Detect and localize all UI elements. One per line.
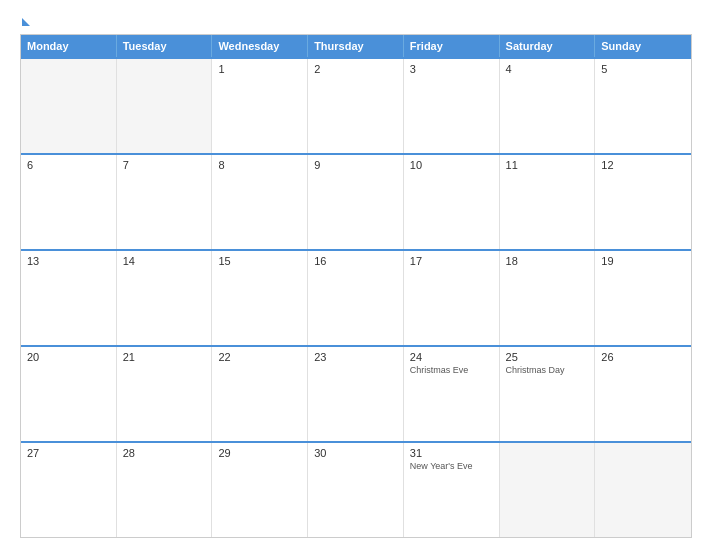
calendar-week-3: 13141516171819 — [21, 249, 691, 345]
day-number: 21 — [123, 351, 206, 363]
logo — [20, 18, 30, 26]
day-number: 12 — [601, 159, 685, 171]
weekday-header-saturday: Saturday — [500, 35, 596, 57]
day-number: 7 — [123, 159, 206, 171]
calendar-cell: 9 — [308, 155, 404, 249]
day-number: 25 — [506, 351, 589, 363]
calendar-cell: 7 — [117, 155, 213, 249]
calendar-cell — [117, 59, 213, 153]
weekday-header-wednesday: Wednesday — [212, 35, 308, 57]
page-header — [20, 18, 692, 26]
calendar-week-4: 2021222324Christmas Eve25Christmas Day26 — [21, 345, 691, 441]
day-number: 30 — [314, 447, 397, 459]
weekday-header-tuesday: Tuesday — [117, 35, 213, 57]
day-number: 17 — [410, 255, 493, 267]
calendar-week-2: 6789101112 — [21, 153, 691, 249]
calendar-header: MondayTuesdayWednesdayThursdayFridaySatu… — [21, 35, 691, 57]
day-number: 18 — [506, 255, 589, 267]
calendar-week-5: 2728293031New Year's Eve — [21, 441, 691, 537]
day-event: Christmas Day — [506, 365, 589, 377]
calendar-cell: 3 — [404, 59, 500, 153]
calendar-cell: 28 — [117, 443, 213, 537]
day-number: 26 — [601, 351, 685, 363]
calendar-cell: 21 — [117, 347, 213, 441]
day-number: 13 — [27, 255, 110, 267]
calendar-cell: 17 — [404, 251, 500, 345]
day-number: 31 — [410, 447, 493, 459]
day-number: 11 — [506, 159, 589, 171]
calendar-cell: 12 — [595, 155, 691, 249]
calendar-page: MondayTuesdayWednesdayThursdayFridaySatu… — [0, 0, 712, 550]
calendar-cell: 20 — [21, 347, 117, 441]
day-number: 5 — [601, 63, 685, 75]
day-number: 14 — [123, 255, 206, 267]
calendar-cell: 26 — [595, 347, 691, 441]
day-event: Christmas Eve — [410, 365, 493, 377]
calendar-cell: 8 — [212, 155, 308, 249]
calendar-body: 123456789101112131415161718192021222324C… — [21, 57, 691, 537]
calendar-cell — [21, 59, 117, 153]
day-number: 20 — [27, 351, 110, 363]
calendar-cell — [595, 443, 691, 537]
day-number: 8 — [218, 159, 301, 171]
day-number: 22 — [218, 351, 301, 363]
calendar-cell: 1 — [212, 59, 308, 153]
day-event: New Year's Eve — [410, 461, 493, 473]
calendar-cell: 23 — [308, 347, 404, 441]
calendar-cell — [500, 443, 596, 537]
day-number: 29 — [218, 447, 301, 459]
calendar-week-1: 12345 — [21, 57, 691, 153]
weekday-header-friday: Friday — [404, 35, 500, 57]
day-number: 1 — [218, 63, 301, 75]
calendar-cell: 18 — [500, 251, 596, 345]
calendar-cell: 27 — [21, 443, 117, 537]
weekday-header-monday: Monday — [21, 35, 117, 57]
calendar-cell: 30 — [308, 443, 404, 537]
calendar-cell: 16 — [308, 251, 404, 345]
calendar-cell: 31New Year's Eve — [404, 443, 500, 537]
day-number: 10 — [410, 159, 493, 171]
calendar-cell: 29 — [212, 443, 308, 537]
calendar-grid: MondayTuesdayWednesdayThursdayFridaySatu… — [20, 34, 692, 538]
day-number: 28 — [123, 447, 206, 459]
calendar-cell: 25Christmas Day — [500, 347, 596, 441]
weekday-header-sunday: Sunday — [595, 35, 691, 57]
calendar-cell: 15 — [212, 251, 308, 345]
day-number: 23 — [314, 351, 397, 363]
day-number: 24 — [410, 351, 493, 363]
day-number: 15 — [218, 255, 301, 267]
day-number: 2 — [314, 63, 397, 75]
calendar-cell: 24Christmas Eve — [404, 347, 500, 441]
calendar-cell: 22 — [212, 347, 308, 441]
calendar-cell: 5 — [595, 59, 691, 153]
weekday-header-thursday: Thursday — [308, 35, 404, 57]
day-number: 27 — [27, 447, 110, 459]
day-number: 3 — [410, 63, 493, 75]
day-number: 16 — [314, 255, 397, 267]
calendar-cell: 10 — [404, 155, 500, 249]
day-number: 4 — [506, 63, 589, 75]
calendar-cell: 4 — [500, 59, 596, 153]
calendar-cell: 14 — [117, 251, 213, 345]
day-number: 6 — [27, 159, 110, 171]
logo-triangle-icon — [22, 18, 30, 26]
calendar-cell: 11 — [500, 155, 596, 249]
day-number: 9 — [314, 159, 397, 171]
day-number: 19 — [601, 255, 685, 267]
calendar-cell: 13 — [21, 251, 117, 345]
calendar-cell: 2 — [308, 59, 404, 153]
calendar-cell: 6 — [21, 155, 117, 249]
calendar-cell: 19 — [595, 251, 691, 345]
